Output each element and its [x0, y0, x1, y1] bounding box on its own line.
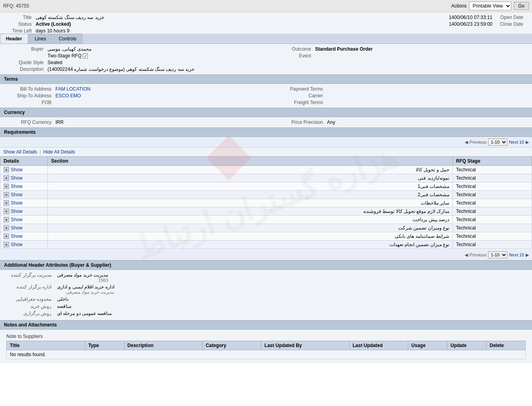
next-btn-bottom[interactable]: Next 10 [509, 252, 524, 257]
details-cell: +Show [0, 207, 48, 216]
next-icon-top[interactable]: ▶ [526, 140, 529, 145]
col-last-updated: Last Updated [349, 341, 408, 350]
tab-controls[interactable]: Controls [53, 34, 82, 44]
actions-label: Actions [451, 3, 467, 9]
tab-header[interactable]: Header [0, 34, 28, 44]
section-cell: نمونه/بازدید فنی [48, 174, 453, 182]
plus-icon[interactable]: + [4, 175, 9, 181]
section-cell: مدارک لازم موقع تحویل کالا توسط فروشنده [48, 207, 453, 216]
top-bar: RFQ: 45755 Actions Printable View Go [0, 0, 532, 12]
note-to-suppliers-label: Note to Suppliers [6, 334, 526, 339]
table-row: +Showمشخصات فنی1Technical [0, 182, 532, 191]
show-link[interactable]: Show [11, 167, 23, 173]
details-cell: +Show [0, 174, 48, 182]
rfq-stage-cell: Technical [453, 224, 532, 232]
previous-btn-bottom[interactable]: Previous [469, 252, 486, 257]
section-cell: درصد پیش پرداخت [48, 216, 453, 224]
col-description: Description [124, 341, 202, 350]
table-row: +Showسایر ملاحظاتTechnical [0, 199, 532, 207]
plus-icon[interactable]: + [4, 200, 9, 206]
ship-to-value[interactable]: ESCO EMO [55, 93, 81, 99]
bill-to-value[interactable]: FAM LOCATION [55, 86, 90, 92]
plus-icon[interactable]: + [4, 233, 9, 239]
col-last-updated-by: Last Updated By [261, 341, 350, 350]
table-row: +Showنوع ومیزان تضمین شرکتTechnical [0, 224, 532, 232]
prev-icon-top[interactable]: ◀ [465, 140, 468, 145]
title-value: خرید سه ردیف سنگ شکسته کوهی [36, 15, 104, 20]
separator: | [40, 149, 41, 155]
buyer-label: Buyer [6, 46, 46, 52]
purchase-method-value: مناقصه [57, 304, 71, 309]
buyer-section: محمدی کهیانی, موسی Buyer ✓ Two-Stage RFQ… [0, 44, 532, 74]
header-left: خرید سه ردیف سنگ شکسته کوهی Title Active… [6, 15, 104, 34]
nav-controls-top: ◀ Previous 1-10 Next 10 ▶ [465, 138, 529, 146]
previous-btn-top[interactable]: Previous [469, 140, 486, 144]
plus-icon[interactable]: + [4, 209, 9, 214]
tab-lines[interactable]: Lines [29, 34, 52, 44]
details-cell: +Show [0, 166, 48, 174]
rfq-stage-cell: Technical [453, 207, 532, 216]
header-info: خرید سه ردیف سنگ شکسته کوهی Title Active… [0, 12, 532, 34]
rfq-stage-cell: Technical [453, 182, 532, 191]
price-precision-label: Price Precision [282, 120, 325, 125]
next-btn-top[interactable]: Next 10 [509, 140, 524, 144]
details-cell: +Show [0, 199, 48, 207]
rfq-stage-cell: Technical [453, 191, 532, 199]
rfq-id: RFQ: 45755 [3, 3, 29, 9]
go-button[interactable]: Go [514, 2, 529, 10]
show-link[interactable]: Show [11, 233, 23, 239]
additional-right [266, 272, 526, 318]
two-stage-value: ✓ Two-Stage RFQ [48, 53, 88, 59]
details-cell: +Show [0, 191, 48, 199]
show-link[interactable]: Show [11, 192, 23, 197]
header-right: 1400/06/10 07:33:11 Open Date 1400/06/23… [449, 15, 526, 27]
top-actions: Actions Printable View Go [451, 2, 529, 10]
payment-terms-label: Payment Terms [282, 86, 325, 92]
freight-terms-label: Freight Terms [282, 100, 325, 105]
hide-all-link[interactable]: Hide All Details [43, 149, 75, 155]
show-link[interactable]: Show [11, 209, 23, 214]
two-stage-checkbox[interactable]: ✓ [83, 53, 88, 59]
buyer-value: محمدی کهیانی, موسی [48, 46, 91, 52]
geo-limit-value: داخلی [57, 296, 68, 302]
page-select-top[interactable]: 1-10 [488, 138, 507, 146]
show-all-link[interactable]: Show All Details [3, 149, 37, 155]
page-select-bottom[interactable]: 1-10 [488, 251, 507, 258]
show-link[interactable]: Show [11, 184, 23, 189]
plus-icon[interactable]: + [4, 242, 9, 247]
plus-icon[interactable]: + [4, 167, 9, 173]
table-row: +Showدرصد پیش پرداختTechnical [0, 216, 532, 224]
section-cell: مشخصات فنی2 [48, 191, 453, 199]
plus-icon[interactable]: + [4, 217, 9, 222]
currency-content: IRR RFQ Currency Price Precision Any [0, 117, 532, 127]
dept-buyer-label: اداره برگزار کننده [6, 284, 54, 290]
terms-content: FAM LOCATION Bill-To Address ESCO EMO Sh… [0, 84, 532, 108]
col-usage: Usage [408, 341, 447, 350]
details-cell: +Show [0, 241, 48, 249]
plus-icon[interactable]: + [4, 225, 9, 231]
col-section: Section [48, 157, 453, 166]
show-link[interactable]: Show [11, 225, 23, 231]
details-cell: +Show [0, 232, 48, 241]
col-rfq-stage: RFQ Stage [453, 157, 532, 166]
prev-icon-bottom[interactable]: ◀ [465, 252, 468, 258]
terms-right: Payment Terms Carrier Freight Terms [266, 86, 526, 105]
show-link[interactable]: Show [11, 217, 23, 222]
notes-section-header: Notes and Attachments [0, 320, 532, 330]
show-link[interactable]: Show [11, 175, 23, 181]
col-update: Update [447, 341, 486, 350]
show-link[interactable]: Show [11, 242, 23, 247]
event-label: Event [282, 53, 314, 59]
plus-icon[interactable]: + [4, 184, 9, 189]
status-label: Status [6, 21, 34, 27]
attachments-table: Title Type Description Category Last Upd… [6, 341, 526, 359]
buyer-left: محمدی کهیانی, موسی Buyer ✓ Two-Stage RFQ… [6, 46, 266, 72]
open-date-value: 1400/06/10 07:33:11 [449, 15, 492, 20]
table-row: +Showشرایط ضمانتنامه های بانکیTechnical [0, 232, 532, 241]
next-icon-bottom[interactable]: ▶ [526, 252, 529, 258]
plus-icon[interactable]: + [4, 192, 9, 197]
show-link[interactable]: Show [11, 200, 23, 206]
rfq-stage-cell: Technical [453, 174, 532, 182]
printable-view-select[interactable]: Printable View [469, 2, 511, 10]
table-row: +Showمشخصات فنی2Technical [0, 191, 532, 199]
